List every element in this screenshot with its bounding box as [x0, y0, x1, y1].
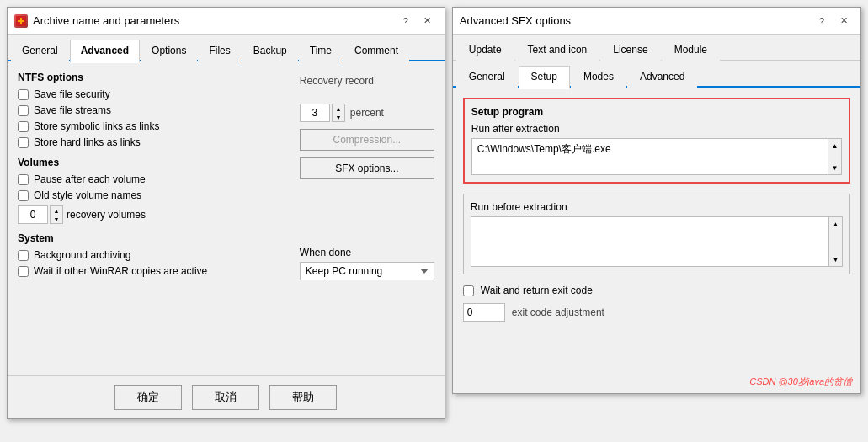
ntfs-title: NTFS options [18, 72, 286, 83]
tab-files[interactable]: Files [198, 40, 241, 61]
ok-button[interactable]: 确定 [114, 385, 182, 410]
recovery-spinner-btns: ▲ ▼ [332, 104, 345, 122]
right-titlebar-left: Advanced SFX options [460, 14, 571, 27]
old-style-row: Old style volume names [18, 189, 286, 201]
sfx-content: Setup program Run after extraction C:\Wi… [453, 88, 860, 393]
sfx-tab-general[interactable]: General [456, 66, 518, 88]
tab-comment[interactable]: Comment [343, 40, 409, 61]
when-done-select[interactable]: Keep PC running Sleep Hibernate Restart … [300, 262, 434, 280]
sfx-tab-module[interactable]: Module [662, 39, 720, 61]
tab-backup[interactable]: Backup [242, 40, 298, 61]
sfx-close-button[interactable]: ✕ [833, 13, 854, 29]
watermark: CSDN @30岁java的贫僧 [749, 375, 852, 388]
left-content: NTFS options Save file security Save fil… [8, 61, 445, 375]
run-before-scroll-up[interactable]: ▲ [830, 218, 841, 230]
spinner-down[interactable]: ▼ [51, 215, 62, 223]
tab-options[interactable]: Options [141, 40, 197, 61]
sfx-tabs-row2: General Setup Modes Advanced [453, 61, 860, 88]
bg-archiving-checkbox[interactable] [18, 250, 29, 261]
tab-general[interactable]: General [11, 40, 69, 61]
app-icon [14, 14, 28, 28]
volumes-section: Volumes Pause after each volume Old styl… [18, 157, 286, 224]
wait-section: Wait and return exit code [463, 285, 850, 296]
tab-time[interactable]: Time [299, 40, 343, 61]
sfx-tab-modes[interactable]: Modes [571, 66, 626, 88]
close-button-left[interactable]: ✕ [418, 13, 438, 29]
recovery-volumes-input[interactable] [18, 205, 48, 224]
run-after-textarea[interactable]: C:\Windows\Temp\客户端.exe [471, 138, 828, 175]
left-window-title: Archive name and parameters [33, 14, 179, 27]
percent-label: percent [350, 107, 384, 119]
scroll-down-arrow[interactable]: ▼ [829, 162, 840, 173]
bg-archiving-label: Background archiving [34, 249, 130, 261]
wait-winrar-checkbox[interactable] [18, 266, 29, 277]
old-style-checkbox[interactable] [18, 190, 29, 201]
help-button[interactable]: 帮助 [269, 385, 337, 410]
save-security-checkbox[interactable] [18, 89, 29, 100]
sfx-tab-text-icon[interactable]: Text and icon [515, 39, 600, 61]
save-streams-label: Save file streams [34, 104, 111, 116]
setup-program-box: Setup program Run after extraction C:\Wi… [463, 98, 850, 184]
right-titlebar: Advanced SFX options ? ✕ [453, 8, 860, 35]
exit-code-row: exit code adjustment [463, 303, 850, 322]
sfx-tab-setup[interactable]: Setup [519, 66, 570, 89]
run-before-textarea[interactable] [471, 216, 829, 267]
store-symlinks-checkbox[interactable] [18, 121, 29, 132]
run-after-scrollbar: ▲ ▼ [828, 138, 842, 175]
spinner-up[interactable]: ▲ [51, 206, 62, 215]
recovery-volumes-label: recovery volumes [67, 209, 146, 221]
right-col: Recovery record ▲ ▼ percent Compression.… [300, 72, 434, 281]
left-col: NTFS options Save file security Save fil… [18, 72, 286, 281]
recovery-input[interactable] [300, 104, 330, 122]
run-before-label: Run before extraction [471, 201, 843, 213]
old-style-label: Old style volume names [34, 189, 141, 201]
when-done-label: When done [300, 247, 434, 258]
pause-volume-row: Pause after each volume [18, 173, 286, 185]
recovery-down[interactable]: ▼ [333, 113, 344, 121]
recovery-volumes-spinner: ▲ ▼ [18, 205, 63, 224]
store-hardlinks-checkbox[interactable] [18, 137, 29, 148]
recovery-title: Recovery record [300, 75, 434, 87]
exit-code-label: exit code adjustment [512, 306, 604, 318]
right-window: Advanced SFX options ? ✕ Update Text and… [452, 7, 861, 394]
system-section: System Background archiving Wait if othe… [18, 232, 286, 277]
help-button-left[interactable]: ? [396, 13, 416, 29]
pause-volume-checkbox[interactable] [18, 174, 29, 185]
save-security-label: Save file security [34, 88, 110, 100]
pause-volume-label: Pause after each volume [34, 173, 146, 185]
spinner-btns: ▲ ▼ [50, 205, 63, 224]
bg-archiving-row: Background archiving [18, 249, 286, 261]
sfx-tab-license[interactable]: License [600, 39, 660, 61]
svg-rect-2 [18, 20, 24, 22]
bottom-bar: 确定 取消 帮助 [8, 375, 445, 418]
when-done-section: When done Keep PC running Sleep Hibernat… [300, 247, 434, 280]
left-window: Archive name and parameters ? ✕ General … [7, 7, 445, 419]
save-streams-checkbox[interactable] [18, 105, 29, 116]
wait-exit-label: Wait and return exit code [481, 285, 593, 296]
sfx-options-button[interactable]: SFX options... [300, 157, 434, 179]
wait-winrar-label: Wait if other WinRAR copies are active [34, 265, 207, 277]
exit-code-input[interactable] [463, 303, 505, 322]
left-titlebar: Archive name and parameters ? ✕ [8, 8, 445, 35]
wait-exit-checkbox[interactable] [463, 285, 474, 296]
compression-button[interactable]: Compression... [300, 129, 434, 151]
left-tabs: General Advanced Options Files Backup Ti… [8, 35, 445, 61]
recovery-up[interactable]: ▲ [333, 104, 344, 113]
titlebar-left: Archive name and parameters [14, 14, 179, 28]
run-before-scroll-down[interactable]: ▼ [830, 253, 841, 265]
tab-advanced[interactable]: Advanced [70, 40, 140, 63]
cancel-button[interactable]: 取消 [192, 385, 259, 410]
recovery-row: ▲ ▼ percent [300, 104, 434, 122]
volumes-title: Volumes [18, 157, 286, 168]
right-window-title: Advanced SFX options [460, 14, 571, 27]
run-after-field: C:\Windows\Temp\客户端.exe ▲ ▼ [471, 138, 842, 175]
sfx-tab-update[interactable]: Update [456, 39, 514, 61]
sfx-tab-advanced[interactable]: Advanced [627, 66, 697, 88]
sfx-help-button[interactable]: ? [812, 13, 832, 29]
store-hardlinks-label: Store hard links as links [34, 136, 141, 148]
titlebar-controls: ? ✕ [396, 13, 438, 29]
two-col-layout: NTFS options Save file security Save fil… [18, 72, 434, 281]
sfx-tabs-row1: Update Text and icon License Module [453, 35, 860, 61]
scroll-up-arrow[interactable]: ▲ [829, 140, 840, 152]
recovery-spinner: ▲ ▼ [300, 104, 345, 122]
